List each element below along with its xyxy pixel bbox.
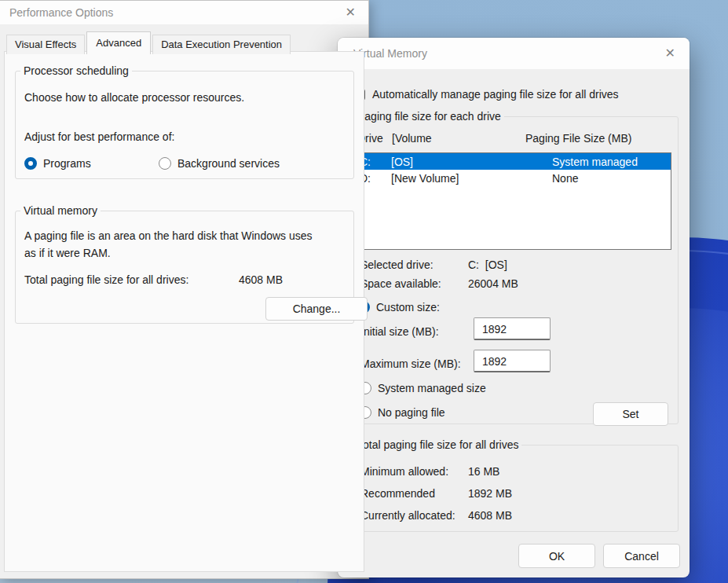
auto-manage-checkbox-row[interactable]: Automatically manage paging file size fo… [353, 88, 619, 101]
recommended-label: Recommended [360, 487, 435, 500]
currently-allocated-label: Currently allocated: [360, 509, 455, 522]
maximum-size-input[interactable] [474, 350, 551, 372]
virtual-memory-group: Virtual memory A paging file is an area … [15, 204, 354, 324]
virtual-memory-window: Virtual Memory ✕ Automatically manage pa… [338, 38, 690, 578]
processor-description: Choose how to allocate processor resourc… [24, 91, 244, 104]
totals-group: Total paging file size for all drives Mi… [349, 438, 679, 532]
maximum-size-label: Maximum size (MB): [360, 358, 461, 370]
paging-file-size-legend: Paging file size for each drive [354, 110, 504, 123]
total-paging-label: Total paging file size for all drives: [24, 273, 188, 286]
radio-system-managed-label: System managed size [378, 382, 486, 394]
radio-no-paging-file[interactable]: No paging file [359, 406, 445, 419]
advanced-tab-panel: Processor scheduling Choose how to alloc… [4, 51, 364, 572]
drive-c-letter: C: [360, 156, 391, 168]
tab-visual-effects[interactable]: Visual Effects [6, 35, 85, 54]
list-item-drive-d[interactable]: D: [New Volume] None [357, 170, 671, 186]
minimum-allowed-label: Minimum allowed: [360, 465, 448, 478]
radio-programs-icon[interactable] [24, 157, 37, 170]
paging-file-size-group: Paging file size for each drive Drive [V… [349, 110, 679, 424]
drive-c-size: System managed [552, 156, 671, 168]
processor-scheduling-group: Processor scheduling Choose how to alloc… [15, 64, 354, 179]
radio-programs-label: Programs [43, 157, 91, 170]
ok-button[interactable]: OK [518, 544, 595, 568]
total-paging-value: 4608 MB [239, 273, 283, 286]
radio-programs[interactable]: Programs [24, 157, 91, 170]
volume-column-header: [Volume [392, 132, 525, 145]
drive-d-volume: [New Volume] [391, 172, 552, 185]
size-column-header: Paging File Size (MB) [525, 132, 670, 145]
minimum-allowed-value: 16 MB [468, 465, 499, 478]
cancel-button[interactable]: Cancel [603, 544, 680, 568]
radio-custom-size[interactable]: Custom size: [357, 301, 440, 314]
virtual-memory-titlebar[interactable]: Virtual Memory ✕ [338, 38, 690, 69]
space-available-label: Space available: [360, 277, 441, 290]
paging-description-line1: A paging file is an area on the hard dis… [24, 229, 313, 242]
auto-manage-label: Automatically manage paging file size fo… [372, 88, 619, 101]
selected-drive-value: C: [OS] [468, 258, 507, 271]
drive-c-volume: [OS] [391, 156, 552, 168]
processor-scheduling-legend: Processor scheduling [20, 64, 132, 77]
tab-strip: Visual Effects Advanced Data Execution P… [6, 31, 292, 53]
close-icon[interactable]: ✕ [346, 6, 356, 19]
close-icon[interactable]: ✕ [665, 47, 675, 60]
dialog-button-row: OK Cancel [518, 544, 680, 568]
adjust-performance-label: Adjust for best performance of: [24, 130, 174, 143]
totals-legend: Total paging file size for all drives [354, 438, 521, 451]
currently-allocated-value: 4608 MB [468, 509, 512, 522]
radio-system-managed[interactable]: System managed size [359, 382, 486, 394]
initial-size-label: Initial size (MB): [360, 325, 439, 338]
performance-options-titlebar[interactable]: Performance Options ✕ [0, 1, 368, 24]
radio-background-services[interactable]: Background services [159, 157, 280, 170]
drive-list-header: Drive [Volume Paging File Size (MB) [357, 132, 670, 145]
drive-d-letter: D: [360, 172, 391, 185]
tab-advanced[interactable]: Advanced [86, 31, 151, 54]
virtual-memory-legend: Virtual memory [20, 204, 101, 217]
drive-listbox[interactable]: C: [OS] System managed D: [New Volume] N… [356, 152, 671, 250]
radio-background-services-label: Background services [177, 157, 280, 170]
space-available-value: 26004 MB [468, 277, 518, 290]
paging-description-line2: as if it were RAM. [24, 247, 111, 259]
initial-size-input[interactable] [474, 317, 551, 340]
performance-options-title: Performance Options [0, 6, 113, 19]
drive-d-size: None [552, 172, 671, 185]
tab-data-execution-prevention[interactable]: Data Execution Prevention [152, 35, 291, 54]
change-button[interactable]: Change... [265, 297, 368, 321]
recommended-value: 1892 MB [468, 487, 512, 500]
radio-custom-size-label: Custom size: [376, 301, 440, 314]
set-button[interactable]: Set [593, 402, 668, 426]
selected-drive-label: Selected drive: [360, 258, 434, 271]
radio-no-paging-file-label: No paging file [378, 406, 445, 419]
radio-background-services-icon[interactable] [159, 157, 171, 170]
performance-options-window: Performance Options ✕ Visual Effects Adv… [0, 0, 369, 579]
list-item-drive-c[interactable]: C: [OS] System managed [357, 153, 671, 170]
